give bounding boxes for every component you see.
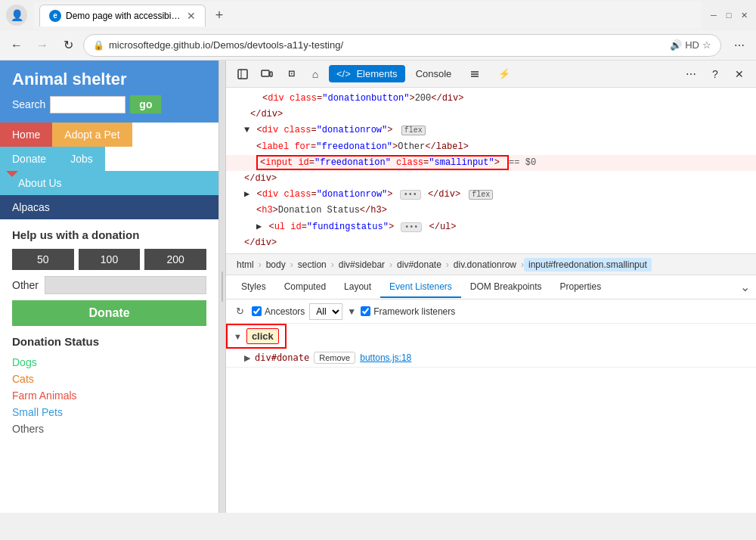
shelter-header: Animal shelter Search go [0,61,218,123]
home-tool[interactable]: ⌂ [305,64,326,85]
breadcrumb-sidebar[interactable]: div#sidebar [334,258,389,272]
devtools-more-button[interactable]: ⋯ [680,64,702,85]
browser-chrome: 👤 e Demo page with accessibility iss ✕ +… [0,0,756,61]
resize-indicator [222,272,223,302]
title-bar: 👤 e Demo page with accessibility iss ✕ +… [0,0,756,30]
framework-listeners-checkbox[interactable] [361,306,370,316]
filter-dropdown-arrow[interactable]: ▼ [347,306,356,317]
breadcrumb-donationrow[interactable]: div.donationrow [449,258,521,272]
status-heading: Donation Status [12,335,206,348]
properties-tab[interactable]: Properties [551,277,611,298]
shelter-nav: Home Adopt a Pet Donate Jobs About Us [0,123,218,195]
click-event-item: ▼ click ▶ div#donate Remove buttons.js:1… [226,324,756,368]
url-bar[interactable]: 🔒 microsoftedge.github.io/Demos/devtools… [83,34,721,57]
console-tab[interactable]: Console [408,65,460,82]
search-go-button[interactable]: go [130,95,161,113]
input-element-highlight: <input id="freedonation" class="smallinp… [256,155,509,170]
tab-close-btn[interactable]: ✕ [187,10,196,22]
html-line-5-highlighted[interactable]: <input id="freedonation" class="smallinp… [226,155,756,171]
event-file-link[interactable]: buttons.js:18 [360,352,411,363]
framework-listeners-label: Framework listeners [373,306,455,317]
alpacas-bar[interactable]: Alpacas [0,195,218,219]
breadcrumb-donate[interactable]: div#donate [392,258,446,272]
minimize-button[interactable]: ─ [708,9,720,21]
network-tab[interactable] [462,65,488,83]
framework-checkbox-label[interactable]: Framework listeners [361,306,455,317]
devtools-close-button[interactable]: ✕ [729,64,750,85]
amount-100-button[interactable]: 100 [79,249,141,270]
tab-bar: e Demo page with accessibility iss ✕ + [33,2,702,29]
sub-tabs-more[interactable]: ⌄ [739,280,750,294]
html-line-3: ▼ <div class="donationrow"> flex [226,123,756,138]
computed-tab[interactable]: Computed [275,277,335,298]
search-input[interactable] [50,96,125,113]
amount-200-button[interactable]: 200 [144,249,206,270]
breadcrumb-input-active[interactable]: input#freedonation.smallinput [524,258,652,272]
nav-jobs-item[interactable]: Jobs [58,147,105,171]
webpage-panel: Animal shelter Search go Home Adopt a Pe… [0,61,219,513]
profile-avatar[interactable]: 👤 [6,5,27,26]
svg-rect-2 [262,70,269,76]
read-aloud-icon[interactable]: 🔊 [670,39,682,51]
event-detail-toggle-icon[interactable]: ▶ [244,353,250,363]
amount-50-button[interactable]: 50 [12,249,74,270]
event-refresh-button[interactable]: ↻ [232,304,247,319]
main-area: Animal shelter Search go Home Adopt a Pe… [0,61,756,513]
nav-donate-wrap: Donate [0,147,58,171]
url-text: microsoftedge.github.io/Demos/devtools-a… [109,39,665,51]
maximize-button[interactable]: □ [723,9,735,21]
html-line-7: ▶ <div class="donationrow"> ••• </div> f… [226,187,756,203]
flex-badge: flex [401,126,426,135]
new-tab-button[interactable]: + [209,5,230,26]
breadcrumb-body[interactable]: body [262,258,290,272]
html-tag: <div class="donationbutton"> [262,93,415,104]
status-list: Dogs Cats Farm Animals Small Pets Others [12,354,206,437]
svg-rect-0 [238,70,247,79]
layout-tab[interactable]: Layout [335,277,380,298]
performance-tab[interactable]: ⚡ [491,65,518,82]
event-toggle-icon[interactable]: ▼ [234,332,242,341]
nav-about-item[interactable]: About Us [0,171,218,195]
close-window-button[interactable]: ✕ [738,9,750,21]
immersive-reader-icon[interactable]: HD [685,39,699,51]
elements-tab-label: Elements [356,68,397,79]
elements-tag-icon: </> [336,68,351,79]
donate-button[interactable]: Donate [12,300,206,326]
event-filter-dropdown[interactable]: All [309,303,342,320]
elements-tab[interactable]: </> Elements [329,65,405,82]
browser-tab[interactable]: e Demo page with accessibility iss ✕ [39,5,206,26]
html-line-4: <label for="freedonation">Other</label> [226,139,756,155]
extensions-button[interactable]: ⋯ [729,35,750,56]
device-emulation-tool[interactable] [256,64,277,85]
sub-tabs-bar: Styles Computed Layout Event Listeners D… [226,275,756,299]
nav-donate-item[interactable]: Donate [0,147,58,171]
sources-tool[interactable]: ⊡ [280,64,302,85]
dom-breakpoints-tab[interactable]: DOM Breakpoints [461,277,551,298]
status-dogs-item: Dogs [12,354,206,371]
inspect-element-tool[interactable] [232,64,253,85]
event-listeners-tab[interactable]: Event Listeners [380,277,461,298]
devtools-help-button[interactable]: ? [705,64,726,85]
amount-buttons: 50 100 200 [12,249,206,270]
breadcrumb-section[interactable]: section [293,258,331,272]
url-icons: 🔊 HD ☆ [670,39,711,51]
breadcrumb-html[interactable]: html [232,258,259,272]
refresh-button[interactable]: ↻ [57,35,79,56]
event-remove-button[interactable]: Remove [314,352,355,364]
html-line-9: ▶ <ul id="fundingstatus"> ••• </ul> [226,219,756,235]
chevron-down-icon: ⌄ [740,280,750,294]
back-button[interactable]: ← [6,35,27,56]
resize-handle[interactable] [219,61,225,513]
ancestors-checkbox-label[interactable]: Ancestors [252,306,305,317]
other-amount-row: Other [12,276,206,294]
ancestors-checkbox[interactable] [252,306,262,316]
forward-button[interactable]: → [32,35,53,56]
click-event-header[interactable]: ▼ click [226,324,287,349]
nav-adopt-item[interactable]: Adopt a Pet [52,123,132,147]
styles-tab[interactable]: Styles [232,277,275,298]
add-to-favorites-icon[interactable]: ☆ [702,39,711,51]
ancestors-label: Ancestors [265,306,305,317]
nav-home-item[interactable]: Home [0,123,52,147]
other-amount-input[interactable] [45,276,206,294]
shelter-search-row: Search go [12,95,206,113]
